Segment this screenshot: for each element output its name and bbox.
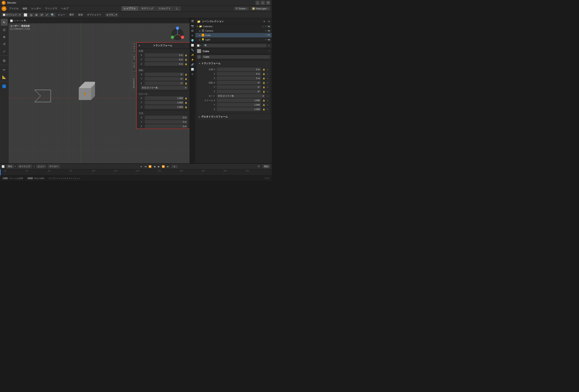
timeline-icon[interactable]: ⬜ xyxy=(1,165,5,168)
prop-icon-world[interactable]: 🌍 xyxy=(190,38,195,43)
tab-layout[interactable]: レイアウト xyxy=(122,6,139,11)
prop-scale-x-lock[interactable]: 🔒 xyxy=(263,99,265,102)
tab-view[interactable]: ビュー xyxy=(132,63,136,71)
outliner-camera[interactable]: ▸ 🎬 Camera 👁 📷 xyxy=(195,29,272,33)
global-select[interactable]: ⊞ グロ... ▾ xyxy=(105,13,118,17)
start-btn[interactable]: 開始 xyxy=(262,165,270,168)
tab-blenderkit[interactable]: BlenderKit xyxy=(132,76,136,90)
pos-x-input[interactable] xyxy=(145,53,184,57)
transport-dot[interactable]: ● xyxy=(139,165,143,169)
prop-pos-y-input[interactable] xyxy=(217,72,261,76)
prop-pos-x-input[interactable] xyxy=(217,67,261,71)
view-layer-selector[interactable]: 🖼️ ViewLayer ▾ xyxy=(251,7,270,10)
marker-btn[interactable]: マーカー xyxy=(48,165,60,168)
toolbar-icon-search[interactable]: 🔍 xyxy=(50,13,56,17)
transport-back[interactable]: ◀ xyxy=(152,165,156,169)
menu-window[interactable]: ウィンドウ xyxy=(43,6,59,11)
timeline-ruler[interactable]: 20 40 60 80 100 120 140 160 180 200 220 … xyxy=(0,169,272,175)
tab-modeling[interactable]: モデリング xyxy=(139,6,156,11)
menu-render[interactable]: レンダー xyxy=(30,6,43,11)
props-delta-header[interactable]: ▸ デルタトランスフォーム xyxy=(197,114,270,120)
minimize-button[interactable]: – xyxy=(256,1,260,5)
view-btn[interactable]: ビュー xyxy=(36,165,46,168)
transport-play[interactable]: ▶ xyxy=(157,165,161,169)
prop-icon-render[interactable]: 📷 xyxy=(190,24,195,28)
collection-eye[interactable]: ☑ xyxy=(262,25,264,28)
add-menu[interactable]: 追加 xyxy=(76,13,84,17)
tool-rotate[interactable]: ↺ xyxy=(1,41,8,48)
collapse-icon[interactable]: ▾ xyxy=(139,44,140,47)
camera-cam[interactable]: 📷 xyxy=(268,30,270,32)
prop-icon-data[interactable]: 📊 xyxy=(190,67,195,72)
outliner-cube[interactable]: ▸ 🟧 Cube 👁 📷 xyxy=(195,33,272,37)
light-eye[interactable]: 👁 xyxy=(265,39,267,41)
prop-pos-z-lock[interactable]: 🔒 xyxy=(263,77,265,79)
tab-item[interactable]: アイテム xyxy=(132,42,136,55)
clock-icon[interactable]: ⏱ xyxy=(257,165,261,169)
tool-move[interactable]: ⊕ xyxy=(1,33,8,40)
outliner-collection[interactable]: ▾ 📁 Collection ☑ 👁 📷 xyxy=(195,24,272,29)
prop-pos-x-lock[interactable]: 🔒 xyxy=(263,68,265,70)
prop-rot-x-input[interactable] xyxy=(217,81,261,84)
collection-cam[interactable]: 📷 xyxy=(268,25,270,28)
playback-btn[interactable]: 再生 xyxy=(6,165,14,168)
tool-measure[interactable]: 📐 xyxy=(1,74,8,80)
mode-select[interactable]: ⬜ オブジェク... ▾ xyxy=(1,13,22,17)
select-menu[interactable]: 選択 xyxy=(68,13,76,17)
rot-z-lock[interactable]: 🔒 xyxy=(185,82,188,84)
prop-icon-material[interactable]: ⚙ xyxy=(190,72,195,76)
prop-rot-y-lock[interactable]: 🔒 xyxy=(263,86,265,88)
prop-icon-scene[interactable]: 🎬 xyxy=(190,19,195,23)
unlink-icon[interactable]: ↗ xyxy=(268,50,270,53)
prop-scale-z-lock[interactable]: 🔒 xyxy=(263,108,265,110)
toolbar-icon-rotate[interactable]: ↺ xyxy=(39,13,44,17)
tool-scale[interactable]: ⤢ xyxy=(1,48,8,55)
props-filter[interactable]: ▼ xyxy=(268,44,270,47)
light-cam[interactable]: 📷 xyxy=(268,39,270,41)
prop-icon-constraints[interactable]: 🔗 xyxy=(190,62,195,67)
cube-cam[interactable]: 📷 xyxy=(268,34,270,36)
tool-select[interactable]: ↖ xyxy=(1,19,8,26)
prop-rot-y-input[interactable] xyxy=(217,85,261,89)
prop-icon-view[interactable]: 👁 xyxy=(190,33,195,38)
prop-pos-z-input[interactable] xyxy=(217,76,261,80)
prop-icon-object[interactable]: ⬜ xyxy=(190,43,195,48)
scene-selector[interactable]: 🎬 Scene ▾ xyxy=(234,7,249,10)
toolbar-icon-scale[interactable]: ⤢ xyxy=(45,13,49,17)
prop-icon-modifier[interactable]: 🔧 xyxy=(190,48,195,52)
pos-y-input[interactable] xyxy=(145,58,184,61)
transport-step-back[interactable]: ⏪ xyxy=(148,165,152,169)
outliner-light[interactable]: ▸ 💡 Light 👁 📷 xyxy=(195,37,272,42)
menu-help[interactable]: ヘルプ xyxy=(60,6,70,11)
scale-y-input[interactable] xyxy=(145,101,184,104)
tool-add[interactable]: 🟦 xyxy=(1,83,8,90)
outliner-filter[interactable]: ▼ xyxy=(263,20,265,23)
prop-scale-y-input[interactable] xyxy=(217,103,261,107)
dim-y-input[interactable] xyxy=(145,120,188,124)
frame-display[interactable]: 1 xyxy=(171,165,177,168)
transport-next-key[interactable]: ⏭ xyxy=(166,165,170,169)
prop-rot-z-lock[interactable]: 🔒 xyxy=(263,90,265,93)
keying-btn[interactable]: キーイング xyxy=(17,165,32,168)
transport-prev-key[interactable]: ⏮ xyxy=(144,165,148,169)
tab-minus[interactable]: – xyxy=(132,71,136,76)
tool-annotate[interactable]: ✏ xyxy=(1,66,8,73)
rot-x-input[interactable] xyxy=(145,73,184,76)
tool-cursor[interactable]: ◎ xyxy=(1,26,8,33)
tab-other[interactable]: し xyxy=(173,6,181,11)
3d-viewport[interactable]: Z X Y + ✋ 🎬 ⊞ ユーザー・透視投影 (1) Collection |… xyxy=(8,18,190,163)
props-transform-header[interactable]: ▾ トランスフォーム ··· xyxy=(197,61,270,66)
viewport-gizmo[interactable]: Z X Y xyxy=(169,26,186,42)
outliner-options[interactable]: ⚙ xyxy=(268,20,270,23)
maximize-button[interactable]: □ xyxy=(261,1,265,5)
rot-y-lock[interactable]: 🔒 xyxy=(185,78,188,80)
prop-rot-x-lock[interactable]: 🔒 xyxy=(263,82,265,84)
pos-y-lock[interactable]: 🔒 xyxy=(185,59,188,61)
cube-eye[interactable]: 👁 xyxy=(265,34,267,36)
menu-file[interactable]: ファイル xyxy=(7,6,20,11)
tab-tool[interactable]: ツール xyxy=(132,55,136,63)
data-name-input[interactable] xyxy=(202,55,270,59)
toolbar-icon-move[interactable]: ⊕ xyxy=(34,13,39,17)
props-mode-select[interactable]: ⬜ ▾ xyxy=(197,44,201,47)
toolbar-icon-cursor[interactable]: ◎ xyxy=(29,13,34,17)
